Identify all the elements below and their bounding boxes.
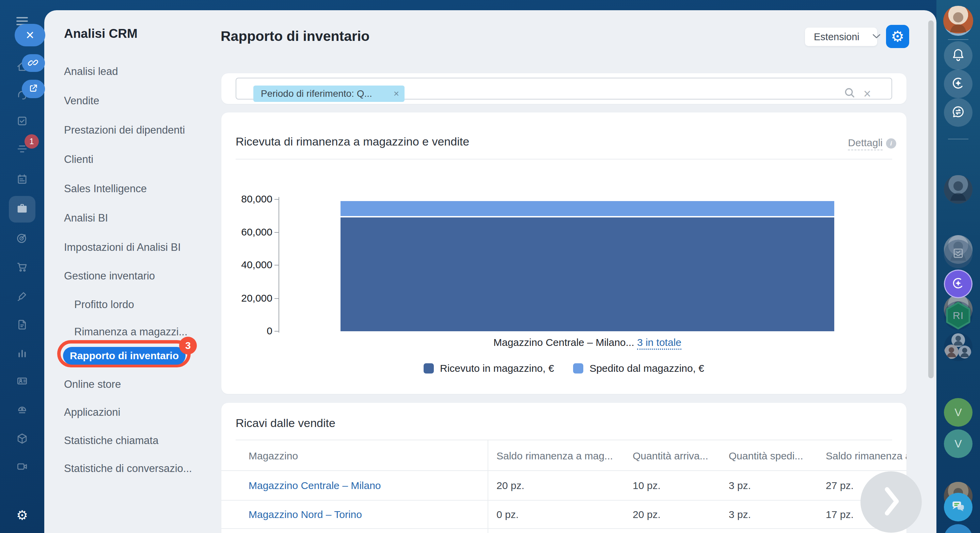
- sidebar-item-sign[interactable]: [14, 289, 30, 304]
- divider: [235, 159, 892, 160]
- chart-card: Ricevuta di rimanenza a magazzino e vend…: [221, 112, 907, 394]
- menu-item-profitto-lordo[interactable]: Profitto lordo: [74, 297, 134, 312]
- clear-search-icon[interactable]: ×: [864, 87, 871, 100]
- chart-title: Ricevuta di rimanenza a magazzino e vend…: [235, 135, 469, 148]
- info-icon[interactable]: i: [886, 138, 896, 148]
- copilot-button[interactable]: [944, 70, 972, 98]
- close-menu-button[interactable]: ×: [14, 24, 45, 46]
- search-icon[interactable]: [844, 87, 856, 101]
- settings-button[interactable]: ⚙: [886, 25, 909, 48]
- bar-segment-spedito[interactable]: [340, 201, 834, 216]
- filter-tag-label: Periodo di riferimento: Q...: [253, 88, 372, 99]
- menu-item-rimanenza[interactable]: Rimanenza a magazzi...: [74, 325, 188, 339]
- menu-item-statistiche-conversazioni[interactable]: Statistiche di conversazio...: [64, 461, 192, 476]
- sidebar-item-crm[interactable]: [9, 196, 35, 223]
- sidebar-item-catalog[interactable]: [14, 432, 30, 447]
- y-tick-40000: 40,000: [225, 259, 272, 271]
- chevron-down-icon[interactable]: [872, 34, 881, 40]
- menu-item-applicazioni[interactable]: Applicazioni: [64, 405, 120, 420]
- sidebar-item-analytics[interactable]: [14, 346, 30, 362]
- remove-tag-icon[interactable]: ×: [394, 88, 404, 99]
- status-badge[interactable]: V: [944, 429, 972, 458]
- menu-title: Analisi CRM: [64, 27, 138, 41]
- checkbox-icon: [16, 115, 29, 129]
- inbox-check-icon: [951, 246, 966, 262]
- copilot-icon: [951, 276, 966, 292]
- col-header-saldo-2[interactable]: Saldo rimanenza a m: [826, 449, 907, 463]
- sidebar-item-documents[interactable]: [14, 318, 30, 333]
- vertical-scrollbar[interactable]: [928, 21, 934, 378]
- bar-segment-ricevuto[interactable]: [340, 217, 834, 331]
- total-link[interactable]: 3 in totale: [637, 337, 681, 349]
- menu-item-sales-intelligence[interactable]: Sales Intelligence: [64, 182, 147, 196]
- menu-item-online-store[interactable]: Online store: [64, 377, 121, 392]
- col-header-magazzino[interactable]: Magazzino: [248, 449, 298, 463]
- menu-item-analisi-lead[interactable]: Analisi lead: [64, 64, 118, 79]
- menu-item-statistiche-chiamata[interactable]: Statistiche chiamata: [64, 434, 158, 448]
- status-badge[interactable]: V: [944, 398, 972, 427]
- extensions-button[interactable]: Estensioni: [805, 28, 877, 46]
- right-icon-rail: RI V V: [936, 0, 980, 533]
- menu-item-rapporto-inventario[interactable]: Rapporto di inventario: [63, 347, 186, 365]
- workgroup-badge[interactable]: RI: [944, 301, 972, 330]
- inbox-tasks-button[interactable]: [944, 239, 972, 268]
- sidebar-item-calendar[interactable]: [14, 172, 30, 187]
- row-divider: [221, 470, 907, 471]
- legend-swatch-spedito: [573, 363, 583, 373]
- table-card: Ricavi dalle vendite Magazzino Saldo rim…: [221, 403, 907, 533]
- search-filter-input[interactable]: Periodo di riferimento: Q... × ×: [235, 78, 892, 99]
- x-axis-label: Magazzino Centrale – Milano... 3 in tota…: [340, 337, 834, 348]
- open-in-new-button[interactable]: [22, 80, 45, 98]
- notifications-button[interactable]: [944, 41, 972, 70]
- chat-channel-button[interactable]: [944, 493, 972, 522]
- chevron-right-icon: [861, 471, 922, 533]
- copilot-icon: [950, 75, 966, 93]
- scroll-right-button[interactable]: [861, 471, 922, 533]
- col-header-arrivata[interactable]: Quantità arriva...: [633, 449, 708, 463]
- table-row-warehouse-link[interactable]: Magazzino Centrale – Milano: [248, 479, 381, 492]
- legend-item-spedito: Spedito dal magazzino, €: [573, 362, 704, 374]
- col-header-spedita[interactable]: Quantità spedi...: [729, 449, 803, 463]
- filter-tag[interactable]: Periodo di riferimento: Q... ×: [253, 86, 404, 102]
- menu-item-clienti[interactable]: Clienti: [64, 152, 93, 167]
- bell-icon: [950, 47, 966, 64]
- sidebar-item-store[interactable]: [14, 260, 30, 275]
- contact-card-icon: [16, 375, 29, 389]
- chat-transfer-button[interactable]: [944, 98, 972, 127]
- chat-transfer-icon: [950, 104, 966, 121]
- table-cell: 17 pz.: [826, 508, 854, 522]
- col-header-saldo[interactable]: Saldo rimanenza a mag...: [496, 449, 613, 463]
- group-avatar[interactable]: [944, 333, 972, 361]
- pipeline-badge: 1: [24, 134, 39, 148]
- details-link[interactable]: Dettagli: [804, 137, 883, 148]
- sidebar-item-video[interactable]: [14, 460, 30, 475]
- menu-item-prestazioni[interactable]: Prestazioni dei dipendenti: [64, 123, 185, 137]
- sidebar-item-contacts[interactable]: [14, 374, 30, 389]
- legend-label-spedito: Spedito dal magazzino, €: [589, 362, 704, 374]
- table-row-warehouse-link[interactable]: Magazzino Nord – Torino: [248, 508, 362, 522]
- menu-item-impostazioni-bi[interactable]: Impostazioni di Analisi BI: [64, 240, 181, 255]
- sidebar-item-tasks[interactable]: [14, 114, 30, 129]
- extensions-label: Estensioni: [805, 31, 859, 43]
- bar-chart-icon: [16, 347, 29, 361]
- rapporto-badge: 3: [179, 337, 197, 354]
- menu-item-gestione-inventario[interactable]: Gestione inventario: [64, 269, 155, 283]
- copilot-active-button[interactable]: [944, 270, 972, 298]
- y-tick-80000: 80,000: [225, 193, 272, 205]
- y-tick-0: 0: [225, 325, 272, 337]
- avatar[interactable]: [944, 175, 972, 204]
- x-category-label: Magazzino Centrale – Milano...: [493, 337, 635, 348]
- menu-item-vendite[interactable]: Vendite: [64, 94, 99, 108]
- sidebar-item-marketing[interactable]: [14, 231, 30, 246]
- user-avatar[interactable]: [943, 6, 973, 36]
- page-title: Rapporto di inventario: [221, 28, 369, 44]
- filter-card: Periodo di riferimento: Q... × ×: [221, 73, 907, 104]
- copy-link-button[interactable]: [22, 54, 45, 72]
- sidebar-item-webcam[interactable]: [14, 404, 30, 418]
- menu-item-analisi-bi[interactable]: Analisi BI: [64, 211, 108, 225]
- row-divider: [221, 528, 907, 529]
- chart-legend: Ricevuto in magazzino, € Spedito dal mag…: [221, 362, 907, 374]
- sidebar-item-settings[interactable]: ⚙: [14, 508, 30, 523]
- external-link-icon: [28, 83, 39, 95]
- chat-channel-button[interactable]: [944, 524, 972, 533]
